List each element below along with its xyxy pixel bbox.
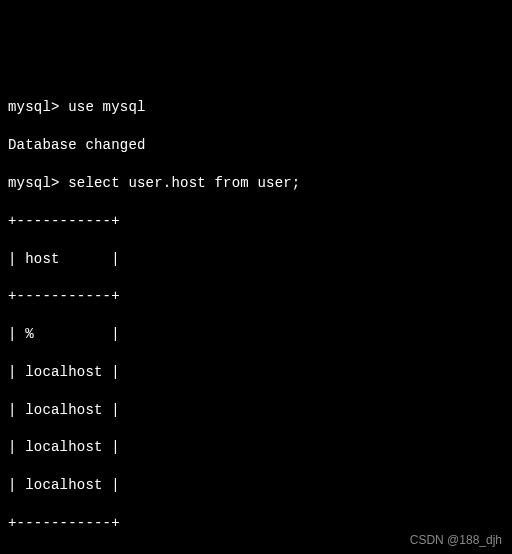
terminal-output[interactable]: mysql> use mysql Database changed mysql>…: [8, 80, 504, 554]
watermark-text: CSDN @188_djh: [410, 532, 502, 548]
output-line: Database changed: [8, 136, 504, 155]
table-border: +-----------+: [8, 287, 504, 306]
prompt-line: mysql> use mysql: [8, 98, 504, 117]
table-row: | localhost |: [8, 476, 504, 495]
table-row: | % |: [8, 325, 504, 344]
table-border: +-----------+: [8, 212, 504, 231]
table-row: | localhost |: [8, 363, 504, 382]
prompt-line: mysql> select user.host from user;: [8, 174, 504, 193]
table-row: | localhost |: [8, 438, 504, 457]
table-border: +-----------+: [8, 514, 504, 533]
table-header: | host |: [8, 250, 504, 269]
table-row: | localhost |: [8, 401, 504, 420]
